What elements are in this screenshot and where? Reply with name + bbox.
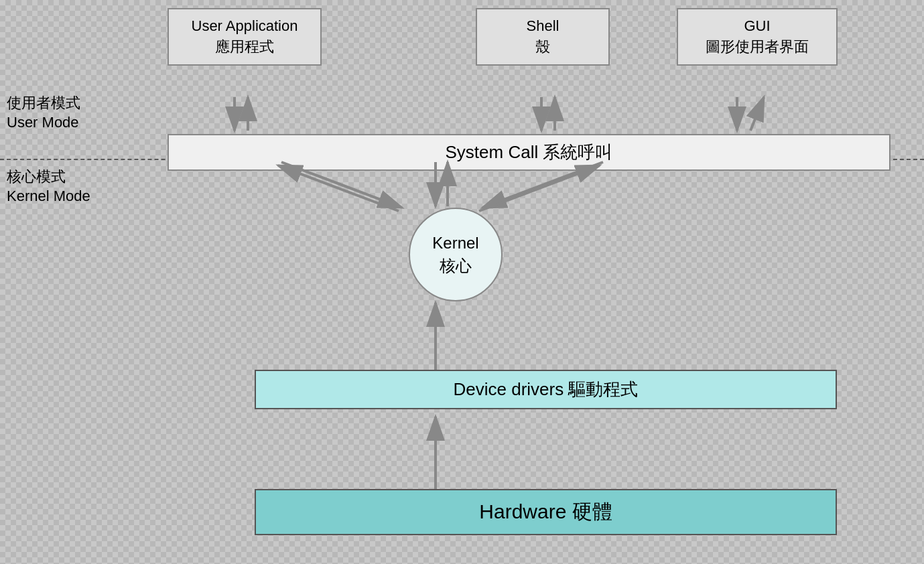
gui-box: GUI 圖形使用者界面 <box>677 8 838 66</box>
kernel-mode-label: 核心模式 Kernel Mode <box>7 167 90 206</box>
svg-line-15 <box>479 165 600 211</box>
user-mode-label: 使用者模式 User Mode <box>7 94 80 132</box>
svg-line-11 <box>278 165 399 211</box>
kernel-circle: Kernel 核心 <box>409 208 503 301</box>
shell-box: Shell 殼 <box>476 8 610 66</box>
syscall-box: System Call 系統呼叫 <box>168 134 890 171</box>
device-drivers-box: Device drivers 驅動程式 <box>255 370 837 409</box>
hardware-box: Hardware 硬體 <box>255 489 837 535</box>
diagram-container: 使用者模式 User Mode 核心模式 Kernel Mode User Ap… <box>0 0 924 564</box>
svg-line-9 <box>750 97 764 131</box>
user-app-box: User Application 應用程式 <box>168 8 322 66</box>
